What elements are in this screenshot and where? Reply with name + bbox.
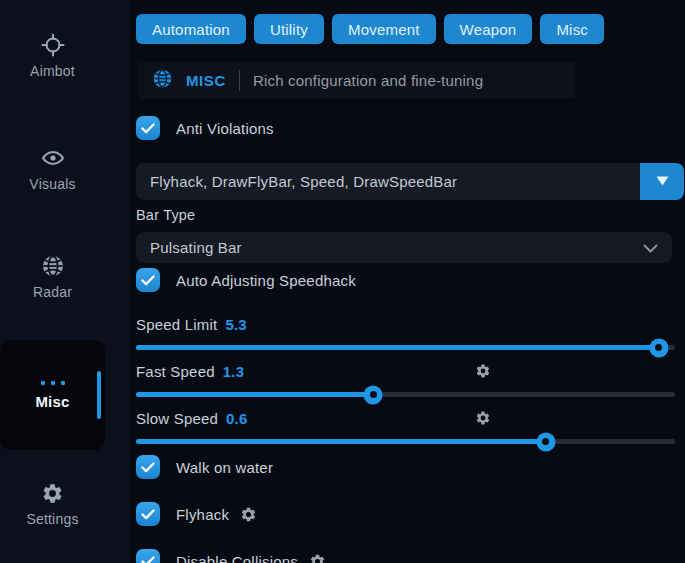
disable-collisions-row: Disable Collisions: [136, 549, 685, 563]
fast-speed-slider-handle[interactable]: [364, 385, 383, 404]
category-tabs: Automation Utility Movement Weapon Misc: [136, 14, 685, 44]
slow-speed-gear-icon[interactable]: [475, 409, 491, 427]
gear-icon: [41, 482, 64, 505]
speed-limit-slider[interactable]: [136, 345, 675, 350]
speed-limit-label: Speed Limit: [136, 316, 217, 333]
section-subtitle: Rich configuration and fine-tuning: [253, 72, 483, 89]
sidebar-item-label: Visuals: [29, 176, 75, 192]
walk-on-water-checkbox[interactable]: [136, 455, 160, 479]
sidebar-item-settings[interactable]: Settings: [0, 482, 105, 527]
auto-adjusting-row: Auto Adjusting Speedhack: [136, 268, 685, 292]
flyhack-checkbox[interactable]: [136, 502, 160, 526]
slow-speed-value: 0.6: [226, 410, 247, 427]
bar-multiselect-value: Flyhack, DrawFlyBar, Speed, DrawSpeedBar: [136, 173, 457, 190]
fast-speed-gear-icon[interactable]: [475, 362, 491, 380]
auto-adjusting-label: Auto Adjusting Speedhack: [176, 272, 356, 289]
tab-weapon[interactable]: Weapon: [444, 14, 533, 44]
disable-collisions-checkbox[interactable]: [136, 549, 160, 563]
dropdown-triangle-icon: [656, 174, 669, 189]
anti-violations-label: Anti Violations: [176, 120, 274, 137]
slider-fill: [136, 345, 659, 350]
flyhack-row: Flyhack: [136, 502, 685, 526]
disable-collisions-label: Disable Collisions: [176, 553, 298, 563]
tab-misc[interactable]: Misc: [540, 14, 604, 44]
anti-violations-checkbox[interactable]: [136, 116, 160, 140]
slow-speed-label: Slow Speed: [136, 410, 218, 427]
slider-fill: [136, 392, 373, 397]
sidebar: Aimbot Visuals Radar Misc: [0, 0, 130, 563]
bar-multiselect[interactable]: Flyhack, DrawFlyBar, Speed, DrawSpeedBar: [136, 163, 684, 200]
speed-limit-slider-handle[interactable]: [649, 338, 668, 357]
sidebar-item-label: Settings: [26, 511, 78, 527]
eye-icon: [40, 146, 66, 170]
sidebar-item-label: Misc: [35, 393, 69, 410]
globe-icon: [41, 254, 65, 278]
sidebar-item-aimbot[interactable]: Aimbot: [0, 33, 105, 79]
speed-limit-value: 5.3: [225, 316, 246, 333]
section-title: MISC: [186, 72, 226, 89]
fast-speed-slider-group: Fast Speed 1.3: [136, 362, 685, 397]
bar-type-dropdown[interactable]: Pulsating Bar: [136, 232, 672, 263]
flyhack-label: Flyhack: [176, 506, 229, 523]
bar-multiselect-open-button[interactable]: [640, 163, 684, 200]
sidebar-item-radar[interactable]: Radar: [0, 254, 105, 300]
selected-accent-bar: [97, 371, 101, 419]
section-header: MISC Rich configuration and fine-tuning: [138, 62, 575, 99]
bar-type-value: Pulsating Bar: [150, 239, 242, 256]
slow-speed-slider-group: Slow Speed 0.6: [136, 409, 685, 444]
tab-movement[interactable]: Movement: [332, 14, 436, 44]
globe-icon: [152, 68, 173, 93]
main-panel: Automation Utility Movement Weapon Misc …: [130, 0, 685, 563]
fast-speed-label: Fast Speed: [136, 363, 215, 380]
slow-speed-slider-handle[interactable]: [536, 432, 555, 451]
sidebar-item-misc[interactable]: Misc: [0, 340, 105, 450]
walk-on-water-label: Walk on water: [176, 459, 273, 476]
walk-on-water-row: Walk on water: [136, 455, 685, 479]
auto-adjusting-checkbox[interactable]: [136, 268, 160, 292]
flyhack-gear-icon[interactable]: [240, 506, 257, 523]
slow-speed-slider[interactable]: [136, 439, 675, 444]
fast-speed-value: 1.3: [223, 363, 244, 380]
fast-speed-slider[interactable]: [136, 392, 675, 397]
tab-utility[interactable]: Utility: [254, 14, 324, 44]
disable-collisions-gear-icon[interactable]: [309, 553, 326, 563]
anti-violations-row: Anti Violations: [136, 116, 685, 140]
chevron-down-icon: [643, 239, 658, 257]
crosshair-icon: [41, 33, 65, 57]
ellipsis-icon: [41, 381, 65, 385]
bar-type-label: Bar Type: [136, 207, 685, 223]
speed-limit-slider-group: Speed Limit 5.3: [136, 315, 685, 350]
slider-fill: [136, 439, 546, 444]
sidebar-item-visuals[interactable]: Visuals: [0, 146, 105, 192]
sidebar-item-label: Aimbot: [30, 63, 75, 79]
header-divider: [239, 70, 240, 91]
sidebar-item-label: Radar: [33, 284, 72, 300]
tab-automation[interactable]: Automation: [136, 14, 246, 44]
